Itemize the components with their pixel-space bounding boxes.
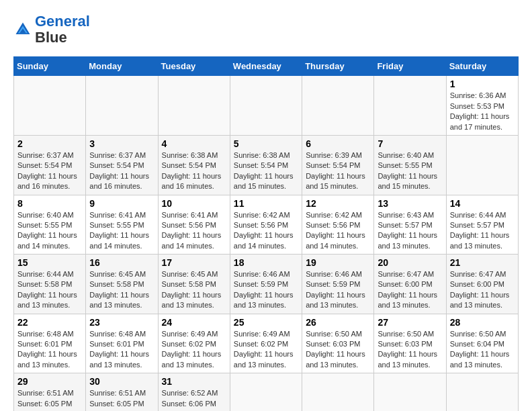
day-info: Sunrise: 6:44 AMSunset: 5:57 PMDaylight:… <box>450 210 515 252</box>
calendar-cell <box>230 76 302 136</box>
calendar-cell: 17Sunrise: 6:45 AMSunset: 5:58 PMDayligh… <box>158 255 230 314</box>
calendar-cell <box>86 76 158 136</box>
logo-text: GeneralBlue <box>35 13 90 46</box>
calendar-week-4: 15Sunrise: 6:44 AMSunset: 5:58 PMDayligh… <box>14 255 519 314</box>
day-number: 7 <box>378 138 442 149</box>
calendar-cell: 13Sunrise: 6:43 AMSunset: 5:57 PMDayligh… <box>374 195 446 255</box>
day-info: Sunrise: 6:43 AMSunset: 5:57 PMDaylight:… <box>378 210 442 252</box>
day-info: Sunrise: 6:46 AMSunset: 5:59 PMDaylight:… <box>306 269 370 311</box>
calendar-cell: 19Sunrise: 6:46 AMSunset: 5:59 PMDayligh… <box>302 255 374 314</box>
calendar-cell <box>446 135 518 195</box>
weekday-header-saturday: Saturday <box>446 57 518 76</box>
day-number: 22 <box>17 317 82 328</box>
day-info: Sunrise: 6:51 AMSunset: 6:05 PMDaylight:… <box>17 388 82 411</box>
calendar-cell: 24Sunrise: 6:49 AMSunset: 6:02 PMDayligh… <box>158 314 230 373</box>
day-number: 11 <box>234 198 298 209</box>
day-number: 1 <box>450 79 515 89</box>
calendar-cell: 8Sunrise: 6:40 AMSunset: 5:55 PMDaylight… <box>14 195 86 255</box>
calendar-cell: 5Sunrise: 6:38 AMSunset: 5:54 PMDaylight… <box>230 135 302 195</box>
logo: GeneralBlue <box>13 13 90 46</box>
calendar-cell <box>374 76 446 136</box>
day-info: Sunrise: 6:37 AMSunset: 5:54 PMDaylight:… <box>89 150 154 192</box>
day-info: Sunrise: 6:49 AMSunset: 6:02 PMDaylight:… <box>162 329 226 371</box>
day-number: 21 <box>450 257 515 268</box>
calendar-cell: 11Sunrise: 6:42 AMSunset: 5:56 PMDayligh… <box>230 195 302 255</box>
calendar-cell: 14Sunrise: 6:44 AMSunset: 5:57 PMDayligh… <box>446 195 518 255</box>
day-number: 26 <box>306 317 370 328</box>
day-info: Sunrise: 6:39 AMSunset: 5:54 PMDaylight:… <box>306 150 370 192</box>
calendar-cell <box>14 76 86 136</box>
day-info: Sunrise: 6:40 AMSunset: 5:55 PMDaylight:… <box>17 210 82 252</box>
day-info: Sunrise: 6:45 AMSunset: 5:58 PMDaylight:… <box>162 269 226 311</box>
day-info: Sunrise: 6:46 AMSunset: 5:59 PMDaylight:… <box>234 269 298 311</box>
calendar-cell: 23Sunrise: 6:48 AMSunset: 6:01 PMDayligh… <box>86 314 158 373</box>
day-number: 17 <box>162 257 226 268</box>
weekday-header-tuesday: Tuesday <box>158 57 230 76</box>
day-number: 20 <box>378 257 442 268</box>
day-number: 31 <box>162 376 226 387</box>
day-number: 2 <box>17 138 82 149</box>
day-info: Sunrise: 6:47 AMSunset: 6:00 PMDaylight:… <box>450 269 515 311</box>
day-info: Sunrise: 6:50 AMSunset: 6:04 PMDaylight:… <box>450 329 515 371</box>
weekday-header-thursday: Thursday <box>302 57 374 76</box>
calendar-week-5: 22Sunrise: 6:48 AMSunset: 6:01 PMDayligh… <box>14 314 519 373</box>
day-number: 6 <box>306 138 370 149</box>
day-number: 19 <box>306 257 370 268</box>
calendar-cell: 4Sunrise: 6:38 AMSunset: 5:54 PMDaylight… <box>158 135 230 195</box>
calendar-cell: 26Sunrise: 6:50 AMSunset: 6:03 PMDayligh… <box>302 314 374 373</box>
day-info: Sunrise: 6:42 AMSunset: 5:56 PMDaylight:… <box>234 210 298 252</box>
day-number: 23 <box>89 317 154 328</box>
day-info: Sunrise: 6:48 AMSunset: 6:01 PMDaylight:… <box>17 329 82 371</box>
day-info: Sunrise: 6:48 AMSunset: 6:01 PMDaylight:… <box>89 329 154 371</box>
day-number: 29 <box>17 376 82 387</box>
calendar-cell: 25Sunrise: 6:49 AMSunset: 6:02 PMDayligh… <box>230 314 302 373</box>
calendar-cell: 21Sunrise: 6:47 AMSunset: 6:00 PMDayligh… <box>446 255 518 314</box>
calendar-cell <box>302 76 374 136</box>
day-info: Sunrise: 6:40 AMSunset: 5:55 PMDaylight:… <box>378 150 442 192</box>
calendar-cell <box>158 76 230 136</box>
day-number: 15 <box>17 257 82 268</box>
day-info: Sunrise: 6:38 AMSunset: 5:54 PMDaylight:… <box>162 150 226 192</box>
calendar-cell: 7Sunrise: 6:40 AMSunset: 5:55 PMDaylight… <box>374 135 446 195</box>
page-header: GeneralBlue <box>13 13 519 46</box>
logo-icon <box>13 20 32 39</box>
calendar-cell: 1Sunrise: 6:36 AMSunset: 5:53 PMDaylight… <box>446 76 518 136</box>
day-info: Sunrise: 6:45 AMSunset: 5:58 PMDaylight:… <box>89 269 154 311</box>
day-number: 13 <box>378 198 442 209</box>
calendar-cell <box>230 373 302 411</box>
weekday-header-wednesday: Wednesday <box>230 57 302 76</box>
weekday-header-friday: Friday <box>374 57 446 76</box>
calendar-cell: 27Sunrise: 6:50 AMSunset: 6:03 PMDayligh… <box>374 314 446 373</box>
calendar-week-3: 8Sunrise: 6:40 AMSunset: 5:55 PMDaylight… <box>14 195 519 255</box>
calendar-cell: 3Sunrise: 6:37 AMSunset: 5:54 PMDaylight… <box>86 135 158 195</box>
calendar-cell: 9Sunrise: 6:41 AMSunset: 5:55 PMDaylight… <box>86 195 158 255</box>
calendar-cell: 22Sunrise: 6:48 AMSunset: 6:01 PMDayligh… <box>14 314 86 373</box>
calendar-cell: 2Sunrise: 6:37 AMSunset: 5:54 PMDaylight… <box>14 135 86 195</box>
day-info: Sunrise: 6:50 AMSunset: 6:03 PMDaylight:… <box>378 329 442 371</box>
calendar-cell: 16Sunrise: 6:45 AMSunset: 5:58 PMDayligh… <box>86 255 158 314</box>
calendar-cell: 18Sunrise: 6:46 AMSunset: 5:59 PMDayligh… <box>230 255 302 314</box>
day-info: Sunrise: 6:42 AMSunset: 5:56 PMDaylight:… <box>306 210 370 252</box>
day-number: 18 <box>234 257 298 268</box>
weekday-header-monday: Monday <box>86 57 158 76</box>
day-info: Sunrise: 6:41 AMSunset: 5:56 PMDaylight:… <box>162 210 226 252</box>
day-info: Sunrise: 6:37 AMSunset: 5:54 PMDaylight:… <box>17 150 82 192</box>
day-info: Sunrise: 6:50 AMSunset: 6:03 PMDaylight:… <box>306 329 370 371</box>
day-info: Sunrise: 6:52 AMSunset: 6:06 PMDaylight:… <box>162 388 226 411</box>
calendar-cell: 10Sunrise: 6:41 AMSunset: 5:56 PMDayligh… <box>158 195 230 255</box>
day-number: 4 <box>162 138 226 149</box>
day-number: 30 <box>89 376 154 387</box>
day-number: 28 <box>450 317 515 328</box>
day-number: 12 <box>306 198 370 209</box>
day-info: Sunrise: 6:36 AMSunset: 5:53 PMDaylight:… <box>450 91 515 132</box>
day-info: Sunrise: 6:51 AMSunset: 6:05 PMDaylight:… <box>89 388 154 411</box>
calendar-cell: 12Sunrise: 6:42 AMSunset: 5:56 PMDayligh… <box>302 195 374 255</box>
calendar-cell <box>302 373 374 411</box>
calendar-week-1: 1Sunrise: 6:36 AMSunset: 5:53 PMDaylight… <box>14 76 519 136</box>
day-info: Sunrise: 6:44 AMSunset: 5:58 PMDaylight:… <box>17 269 82 311</box>
day-info: Sunrise: 6:41 AMSunset: 5:55 PMDaylight:… <box>89 210 154 252</box>
calendar-cell: 30Sunrise: 6:51 AMSunset: 6:05 PMDayligh… <box>86 373 158 411</box>
day-info: Sunrise: 6:47 AMSunset: 6:00 PMDaylight:… <box>378 269 442 311</box>
day-info: Sunrise: 6:49 AMSunset: 6:02 PMDaylight:… <box>234 329 298 371</box>
calendar-cell: 6Sunrise: 6:39 AMSunset: 5:54 PMDaylight… <box>302 135 374 195</box>
